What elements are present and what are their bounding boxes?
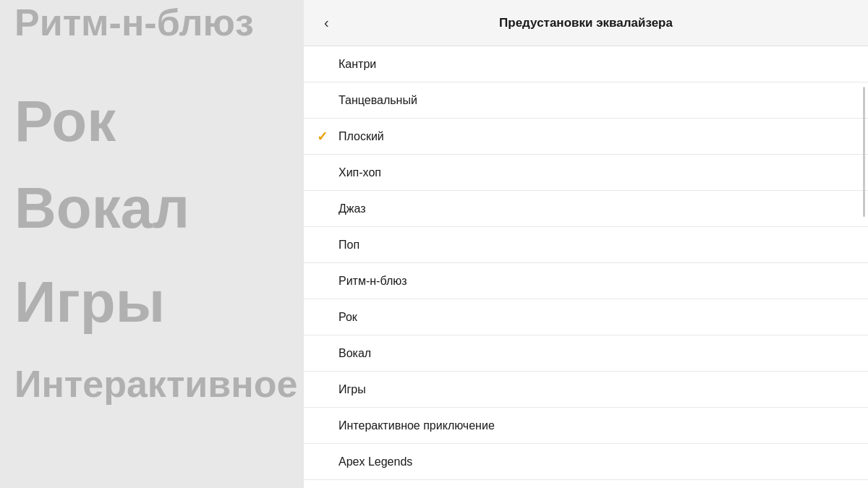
list-item[interactable]: ✓Ритм-н-блюз [304,263,868,299]
list-container: ✓Кантри✓Танцевальный✓Плоский✓Хип-хоп✓Джа… [304,46,868,488]
item-label: Джаз [339,202,366,215]
list-item[interactable]: ✓Плоский [304,119,868,155]
list-item[interactable]: ✓Apex Legends [304,444,868,480]
list-item[interactable]: ✓Интерактивное приключение [304,408,868,444]
list-item[interactable]: ✓Танцевальный [304,82,868,119]
item-label: Игры [339,383,366,396]
background-labels: Ритм-н-блюз Рок Вокал Игры Интерактивное [0,0,304,488]
bg-label-ritm: Ритм-н-блюз [14,0,254,45]
check-icon: ✓ [317,129,328,145]
list-item[interactable]: ✓Поп [304,227,868,263]
item-label: Интерактивное приключение [339,419,495,432]
list-item[interactable]: ✓Джаз [304,191,868,227]
item-label: Кантри [339,58,376,71]
back-icon: ‹ [324,14,329,31]
item-label: Поп [339,239,359,252]
equalizer-panel: ‹ Предустановки эквалайзера ✓Кантри✓Танц… [304,0,868,488]
item-label: Хип-хоп [339,166,381,179]
item-label: Ритм-н-блюз [339,275,407,288]
scrollbar[interactable] [863,87,865,488]
list-item[interactable]: ✓Arena Of Valor [304,480,868,488]
bg-label-rok: Рок [14,87,116,156]
list-item[interactable]: ✓Кантри [304,46,868,82]
list-item[interactable]: ✓Рок [304,299,868,335]
item-label: Рок [339,311,357,324]
panel-title: Предустановки эквалайзера [499,16,673,30]
list-item[interactable]: ✓Вокал [304,335,868,372]
preset-list: ✓Кантри✓Танцевальный✓Плоский✓Хип-хоп✓Джа… [304,46,868,488]
scroll-thumb [863,87,865,217]
item-label: Плоский [339,130,384,143]
panel-header: ‹ Предустановки эквалайзера [304,0,868,46]
bg-label-interactive: Интерактивное [14,361,297,406]
list-item[interactable]: ✓Хип-хоп [304,155,868,191]
item-label: Танцевальный [339,94,417,107]
item-label: Apex Legends [339,455,412,468]
back-button[interactable]: ‹ [318,12,335,34]
bg-label-vokal: Вокал [14,174,190,243]
item-label: Вокал [339,347,371,360]
list-item[interactable]: ✓Игры [304,372,868,408]
bg-label-igry: Игры [14,267,165,337]
